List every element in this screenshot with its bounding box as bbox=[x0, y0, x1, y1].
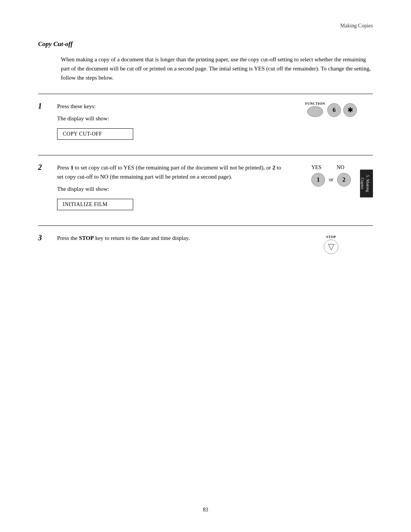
step-1: 1 Press these keys: The display will sho… bbox=[38, 102, 373, 144]
step-2-left: 2 Press 1 to set copy cut-off to YES (th… bbox=[38, 163, 289, 214]
sidebar-tab: 5. MakingCopies bbox=[360, 169, 373, 197]
step-3-content: Press the STOP key to return to the date… bbox=[57, 233, 289, 246]
footer: 83 bbox=[0, 507, 411, 513]
divider-3 bbox=[38, 225, 373, 226]
step-1-instruction: Press these keys: bbox=[57, 102, 282, 111]
page: Making Copies Copy Cut-off When making a… bbox=[0, 0, 411, 532]
step-2-display-label: The display will show: bbox=[57, 184, 282, 193]
intro-text: When making a copy of a document that is… bbox=[38, 55, 373, 82]
step-2-inner: 2 Press 1 to set copy cut-off to YES (th… bbox=[38, 163, 373, 214]
step-1-display: COPY CUT-OFF bbox=[57, 128, 133, 140]
sidebar-text: 5. MakingCopies bbox=[360, 175, 370, 192]
step-2-display: INITIALIZE FILM bbox=[57, 199, 133, 210]
divider-1 bbox=[38, 94, 373, 94]
step-3-instruction: Press the STOP key to return to the date… bbox=[57, 233, 282, 243]
number-keys-row: 1 or 2 bbox=[311, 173, 351, 187]
divider-2 bbox=[38, 155, 373, 155]
step-2-number: 2 bbox=[38, 163, 57, 172]
step-3-right: STOP ▽ bbox=[289, 233, 373, 254]
content-area: Copy Cut-off When making a copy of a doc… bbox=[0, 40, 411, 254]
step-3-number: 3 bbox=[38, 233, 57, 242]
step-3-row: 3 Press the STOP key to return to the da… bbox=[38, 233, 289, 246]
header-text: Making Copies bbox=[340, 23, 373, 29]
function-key[interactable] bbox=[307, 106, 323, 117]
step-2-keys-area: YES NO 1 or 2 bbox=[311, 165, 351, 187]
section-title: Copy Cut-off bbox=[38, 40, 373, 48]
step-1-right: FUNCTION 6 ✱ bbox=[289, 102, 373, 144]
or-text: or bbox=[329, 177, 333, 183]
no-label: NO bbox=[337, 165, 344, 171]
key-2[interactable]: 2 bbox=[337, 173, 351, 187]
step-2-row: 2 Press 1 to set copy cut-off to YES (th… bbox=[38, 163, 289, 210]
page-number: 83 bbox=[203, 507, 208, 513]
step-1-row: 1 Press these keys: The display will sho… bbox=[38, 102, 289, 140]
stop-label: STOP bbox=[326, 235, 336, 239]
stop-key-wrapper: STOP ▽ bbox=[324, 235, 338, 254]
yes-no-labels: YES NO bbox=[311, 165, 344, 171]
step-3-left: 3 Press the STOP key to return to the da… bbox=[38, 233, 289, 254]
step-1-display-label: The display will show: bbox=[57, 114, 282, 123]
function-key-wrapper: FUNCTION bbox=[305, 102, 325, 117]
key-star[interactable]: ✱ bbox=[343, 103, 357, 117]
yes-label: YES bbox=[311, 165, 321, 171]
function-label: FUNCTION bbox=[305, 102, 325, 105]
key-6[interactable]: 6 bbox=[327, 103, 341, 117]
step-1-content: Press these keys: The display will show:… bbox=[57, 102, 289, 140]
step-1-left: 1 Press these keys: The display will sho… bbox=[38, 102, 289, 144]
step-3: 3 Press the STOP key to return to the da… bbox=[38, 233, 373, 254]
key-1[interactable]: 1 bbox=[311, 173, 325, 187]
step-3-inner: 3 Press the STOP key to return to the da… bbox=[38, 233, 373, 254]
step-2-content: Press 1 to set copy cut-off to YES (the … bbox=[57, 163, 289, 210]
page-header: Making Copies bbox=[0, 23, 411, 40]
step-2: 2 Press 1 to set copy cut-off to YES (th… bbox=[38, 163, 373, 214]
step-1-number: 1 bbox=[38, 102, 57, 110]
step-1-keys: FUNCTION 6 ✱ bbox=[305, 102, 357, 117]
stop-key[interactable]: ▽ bbox=[324, 240, 338, 254]
step-2-instruction: Press 1 to set copy cut-off to YES (the … bbox=[57, 163, 282, 181]
step-1-inner: 1 Press these keys: The display will sho… bbox=[38, 102, 373, 144]
